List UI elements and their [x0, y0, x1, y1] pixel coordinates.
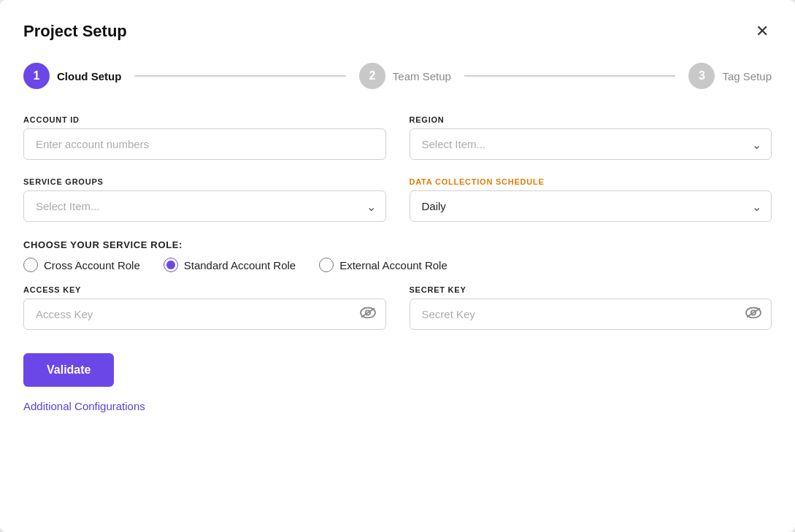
step-2: 2 Team Setup — [359, 63, 451, 89]
region-label: REGION — [410, 115, 772, 124]
schedule-label: DATA COLLECTION SCHEDULE — [410, 177, 772, 186]
access-key-eye-icon[interactable] — [360, 307, 376, 322]
step-3: 3 Tag Setup — [688, 63, 772, 89]
step-line-1 — [134, 75, 346, 77]
secret-key-wrapper — [410, 298, 772, 330]
account-id-input[interactable] — [23, 128, 386, 160]
service-groups-select-wrapper: Select Item... Group A Group B Group C ⌄ — [23, 190, 386, 222]
radio-standard-account-label: Standard Account Role — [184, 259, 296, 271]
row-keys: ACCESS KEY SECRET KEY — [23, 285, 772, 330]
access-key-label: ACCESS KEY — [23, 285, 386, 294]
radio-cross-account-label: Cross Account Role — [44, 259, 140, 271]
secret-key-eye-icon[interactable] — [745, 307, 761, 322]
account-id-label: ACCOUNT ID — [23, 115, 386, 124]
radio-external-account: External Account Role — [319, 258, 448, 272]
radio-external-account-label: External Account Role — [339, 259, 448, 271]
step-2-circle: 2 — [359, 63, 385, 89]
modal-title: Project Setup — [23, 22, 127, 41]
svg-line-2 — [361, 308, 375, 317]
radio-cross-account-input[interactable] — [23, 258, 38, 272]
access-key-wrapper — [23, 298, 386, 330]
project-setup-modal: Project Setup ✕ 1 Cloud Setup 2 Team Set… — [0, 0, 795, 532]
radio-cross-account: Cross Account Role — [23, 258, 140, 272]
region-select[interactable]: Select Item... us-east-1 us-west-2 eu-we… — [410, 128, 772, 160]
access-key-input[interactable] — [23, 298, 386, 330]
region-group: REGION Select Item... us-east-1 us-west-… — [410, 115, 772, 160]
step-1: 1 Cloud Setup — [23, 63, 121, 89]
additional-config-link[interactable]: Additional Configurations — [23, 400, 145, 412]
row-service-schedule: SERVICE GROUPS Select Item... Group A Gr… — [23, 177, 772, 222]
svg-line-5 — [747, 308, 760, 317]
step-line-2 — [464, 75, 676, 77]
radio-standard-account-input[interactable] — [164, 258, 178, 272]
additional-config-section: Additional Configurations — [23, 400, 772, 413]
schedule-select[interactable]: Daily Weekly Monthly Hourly — [410, 190, 772, 222]
access-key-group: ACCESS KEY — [23, 285, 386, 330]
schedule-select-wrapper: Daily Weekly Monthly Hourly ⌄ — [410, 190, 772, 222]
region-select-wrapper: Select Item... us-east-1 us-west-2 eu-we… — [410, 128, 772, 160]
close-button[interactable]: ✕ — [753, 20, 772, 42]
step-3-label: Tag Setup — [722, 70, 772, 82]
step-3-circle: 3 — [688, 63, 715, 89]
row-account-region: ACCOUNT ID REGION Select Item... us-east… — [23, 115, 772, 160]
service-role-label: CHOOSE YOUR SERVICE ROLE: — [23, 239, 772, 250]
radio-external-account-input[interactable] — [319, 258, 334, 272]
stepper: 1 Cloud Setup 2 Team Setup 3 Tag Setup — [23, 63, 772, 89]
secret-key-label: SECRET KEY — [410, 285, 772, 294]
radio-standard-account: Standard Account Role — [164, 258, 296, 272]
step-1-circle: 1 — [23, 63, 50, 89]
modal-header: Project Setup ✕ — [23, 20, 772, 42]
step-1-label: Cloud Setup — [57, 70, 121, 82]
service-groups-select[interactable]: Select Item... Group A Group B Group C — [23, 190, 386, 222]
secret-key-group: SECRET KEY — [410, 285, 772, 330]
step-2-label: Team Setup — [393, 70, 451, 82]
service-groups-group: SERVICE GROUPS Select Item... Group A Gr… — [23, 177, 386, 222]
schedule-group: DATA COLLECTION SCHEDULE Daily Weekly Mo… — [410, 177, 772, 222]
service-role-section: CHOOSE YOUR SERVICE ROLE: Cross Account … — [23, 239, 772, 272]
service-groups-label: SERVICE GROUPS — [23, 177, 386, 186]
account-id-group: ACCOUNT ID — [23, 115, 386, 160]
validate-button[interactable]: Validate — [23, 353, 114, 387]
secret-key-input[interactable] — [410, 298, 772, 330]
radio-group: Cross Account Role Standard Account Role… — [23, 258, 772, 272]
